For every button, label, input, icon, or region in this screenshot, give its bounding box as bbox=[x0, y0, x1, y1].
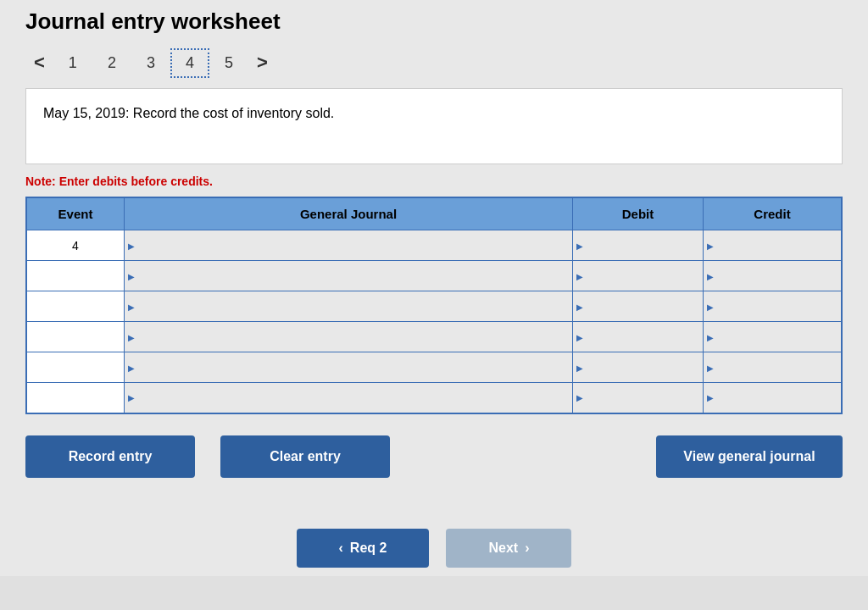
nav-prev-arrow[interactable]: < bbox=[25, 47, 53, 78]
debit-cell bbox=[573, 352, 704, 383]
table-row bbox=[26, 383, 842, 413]
debit-input[interactable] bbox=[573, 236, 703, 256]
record-entry-button[interactable]: Record entry bbox=[25, 435, 195, 478]
note-text: Note: Enter debits before credits. bbox=[25, 175, 843, 188]
bottom-prev-label: Req 2 bbox=[350, 541, 387, 556]
debit-input[interactable] bbox=[573, 387, 703, 408]
debit-cell bbox=[573, 291, 704, 322]
debit-input[interactable] bbox=[573, 327, 703, 347]
table-row bbox=[26, 352, 842, 383]
view-general-journal-button[interactable]: View general journal bbox=[656, 435, 843, 478]
table-row bbox=[26, 261, 842, 291]
debit-input[interactable] bbox=[573, 266, 703, 286]
event-cell bbox=[26, 322, 124, 352]
general-journal-input[interactable] bbox=[125, 387, 572, 408]
bottom-prev-arrow: ‹ bbox=[339, 541, 343, 556]
credit-input[interactable] bbox=[704, 297, 841, 317]
debit-cell bbox=[573, 230, 704, 261]
general-journal-cell bbox=[124, 322, 572, 352]
col-header-credit: Credit bbox=[703, 197, 842, 230]
debit-input[interactable] bbox=[573, 358, 703, 378]
general-journal-cell bbox=[124, 230, 572, 261]
debit-cell bbox=[573, 261, 704, 291]
credit-input[interactable] bbox=[704, 266, 841, 286]
general-journal-cell bbox=[124, 352, 572, 383]
nav-item-3[interactable]: 3 bbox=[131, 50, 170, 76]
nav-item-5[interactable]: 5 bbox=[209, 50, 248, 76]
credit-input[interactable] bbox=[704, 327, 841, 347]
credit-cell bbox=[703, 322, 842, 352]
bottom-nav: ‹ Req 2 Next › bbox=[0, 520, 868, 576]
credit-cell bbox=[703, 230, 842, 261]
navigation-bar: < 1 2 3 4 5 > bbox=[25, 47, 843, 78]
page-title: Journal entry worksheet bbox=[25, 8, 843, 35]
nav-item-1[interactable]: 1 bbox=[53, 50, 92, 76]
general-journal-cell bbox=[124, 291, 572, 322]
bottom-next-arrow: › bbox=[525, 541, 529, 556]
nav-item-4[interactable]: 4 bbox=[170, 48, 209, 78]
bottom-prev-button[interactable]: ‹ Req 2 bbox=[297, 529, 430, 568]
general-journal-cell bbox=[124, 261, 572, 291]
description-text: May 15, 2019: Record the cost of invento… bbox=[43, 106, 334, 120]
table-row bbox=[26, 291, 842, 322]
button-row: Record entry Clear entry View general jo… bbox=[25, 435, 843, 478]
credit-input[interactable] bbox=[704, 358, 841, 378]
event-input[interactable] bbox=[31, 297, 120, 317]
general-journal-input[interactable] bbox=[125, 236, 572, 256]
general-journal-input[interactable] bbox=[125, 266, 572, 286]
col-header-event: Event bbox=[26, 197, 124, 230]
nav-item-2[interactable]: 2 bbox=[92, 50, 131, 76]
general-journal-cell bbox=[124, 383, 572, 413]
bottom-next-button[interactable]: Next › bbox=[446, 529, 571, 568]
credit-input[interactable] bbox=[704, 387, 841, 408]
credit-cell bbox=[703, 352, 842, 383]
event-cell bbox=[26, 383, 124, 413]
credit-cell bbox=[703, 261, 842, 291]
event-cell bbox=[26, 291, 124, 322]
debit-cell bbox=[573, 322, 704, 352]
event-input[interactable] bbox=[31, 266, 120, 286]
clear-entry-button[interactable]: Clear entry bbox=[220, 435, 390, 478]
general-journal-input[interactable] bbox=[125, 358, 572, 378]
col-header-debit: Debit bbox=[573, 197, 704, 230]
event-input[interactable] bbox=[31, 387, 120, 408]
description-box: May 15, 2019: Record the cost of invento… bbox=[25, 88, 843, 164]
credit-input[interactable] bbox=[704, 236, 841, 256]
event-cell bbox=[26, 261, 124, 291]
general-journal-input[interactable] bbox=[125, 327, 572, 347]
event-cell bbox=[26, 230, 124, 261]
journal-table: Event General Journal Debit Credit bbox=[25, 197, 843, 414]
nav-next-arrow[interactable]: > bbox=[248, 47, 276, 78]
general-journal-input[interactable] bbox=[125, 297, 572, 317]
bottom-next-label: Next bbox=[488, 541, 518, 556]
event-input[interactable] bbox=[31, 236, 120, 256]
event-input[interactable] bbox=[31, 358, 120, 378]
debit-input[interactable] bbox=[573, 297, 703, 317]
credit-cell bbox=[703, 383, 842, 413]
event-input[interactable] bbox=[31, 327, 120, 347]
col-header-general-journal: General Journal bbox=[124, 197, 572, 230]
table-row bbox=[26, 230, 842, 261]
credit-cell bbox=[703, 291, 842, 322]
debit-cell bbox=[573, 383, 704, 413]
event-cell bbox=[26, 352, 124, 383]
table-row bbox=[26, 322, 842, 352]
